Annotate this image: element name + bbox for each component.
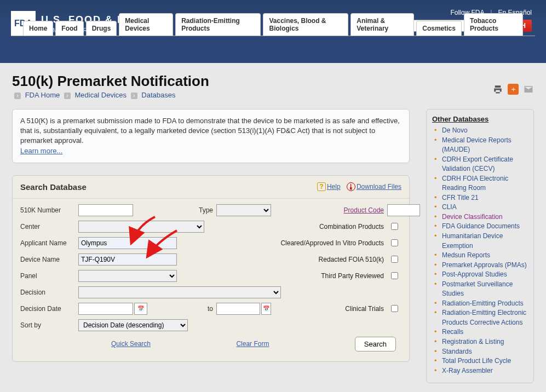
input-applicant[interactable] xyxy=(78,237,177,249)
label-decision-date: Decision Date xyxy=(20,305,75,313)
intro-text: A 510(K) is a premarket submission made … xyxy=(20,117,400,145)
help-icon[interactable]: ? xyxy=(317,182,326,191)
chevron-icon: › xyxy=(14,93,21,99)
input-date-from[interactable] xyxy=(78,303,133,315)
label-center: Center xyxy=(20,223,75,230)
sidebar-link[interactable]: X-Ray Assembler xyxy=(442,367,493,374)
sidebar-link[interactable]: CFR Title 21 xyxy=(442,194,479,201)
quick-search-link[interactable]: Quick Search xyxy=(111,340,151,348)
sidebar-link[interactable]: CDRH Export Certificate Validation (CECV… xyxy=(442,155,513,173)
sidebar-link[interactable]: CDRH FOIA Electronic Reading Room xyxy=(442,175,508,192)
sidebar-link[interactable]: Device Classification xyxy=(442,213,503,221)
nav-cosmetics[interactable]: Cosmetics xyxy=(416,21,462,36)
sidebar-link[interactable]: Post-Approval Studies xyxy=(442,270,507,278)
label-sort: Sort by xyxy=(20,321,75,329)
sidebar-link[interactable]: Total Product Life Cycle xyxy=(442,357,511,365)
nav-drugs[interactable]: Drugs xyxy=(86,21,117,36)
cb-combination[interactable] xyxy=(391,223,398,230)
nav-home[interactable]: Home xyxy=(23,21,53,36)
label-foia: Redacted FOIA 510(k) xyxy=(274,256,384,263)
sidebar-link[interactable]: Medsun Reports xyxy=(442,251,490,259)
search-panel-heading: Search Database xyxy=(20,182,87,192)
sidebar-link[interactable]: De Novo xyxy=(442,126,468,134)
label-device: Device Name xyxy=(20,256,75,263)
sidebar-other-databases: Other Databases De NovoMedical Device Re… xyxy=(426,109,534,383)
chevron-icon: › xyxy=(64,93,71,99)
help-link[interactable]: Help xyxy=(327,183,341,191)
label-applicant: Applicant Name xyxy=(20,239,75,247)
cb-foia[interactable] xyxy=(391,256,398,263)
sidebar-link[interactable]: Standards xyxy=(442,348,472,355)
select-panel[interactable] xyxy=(78,270,177,282)
input-product-code[interactable] xyxy=(387,204,420,216)
label-type: Type xyxy=(180,206,213,214)
crumb-home[interactable]: FDA Home xyxy=(25,91,60,99)
cb-clinical-trials[interactable] xyxy=(391,305,398,312)
input-510k-number[interactable] xyxy=(78,204,133,216)
sidebar-link[interactable]: Premarket Approvals (PMAs) xyxy=(442,261,527,269)
share-icon[interactable]: ＋ xyxy=(508,84,519,95)
sidebar-link[interactable]: Radiation-Emitting Products xyxy=(442,299,524,307)
label-to: to xyxy=(180,305,213,313)
select-type[interactable] xyxy=(216,204,271,216)
label-clinical-trials: Clinical Trials xyxy=(274,305,384,313)
download-link[interactable]: Download Files xyxy=(357,183,401,191)
cb-third-party[interactable] xyxy=(391,272,398,279)
crumb-databases[interactable]: Databases xyxy=(141,91,175,99)
select-decision[interactable] xyxy=(78,286,281,298)
input-device[interactable] xyxy=(78,253,177,266)
nav-food[interactable]: Food xyxy=(55,21,83,36)
label-combination: Combination Products xyxy=(274,223,384,230)
top-nav: Home Food Drugs Medical Devices Radiatio… xyxy=(11,20,535,36)
sidebar-link[interactable]: Humanitarian Device Exemption xyxy=(442,232,503,250)
nav-animal[interactable]: Animal & Veterinary xyxy=(350,13,414,36)
intro-box: A 510(K) is a premarket submission made … xyxy=(12,109,410,163)
select-sort[interactable]: Decision Date (descending) xyxy=(78,319,188,331)
print-icon[interactable] xyxy=(492,84,503,95)
nav-radiation[interactable]: Radiation-Emitting Products xyxy=(175,13,261,36)
clear-form-link[interactable]: Clear Form xyxy=(236,340,269,348)
label-decision: Decision xyxy=(20,289,75,296)
nav-tobacco[interactable]: Tobacco Products xyxy=(464,13,523,36)
label-panel: Panel xyxy=(20,272,75,280)
learn-more-link[interactable]: Learn more... xyxy=(20,147,62,155)
label-third-party: Third Party Reviewed xyxy=(274,272,384,280)
search-button[interactable]: Search xyxy=(355,337,396,351)
label-ivp: Cleared/Approved In Vitro Products xyxy=(274,239,384,247)
calendar-icon[interactable]: 📅 xyxy=(134,303,147,315)
calendar-icon[interactable]: 📅 xyxy=(261,303,271,315)
sidebar-heading: Other Databases xyxy=(432,115,528,123)
download-icon[interactable]: ⭳ xyxy=(347,182,355,191)
label-510k: 510K Number xyxy=(20,206,75,214)
sidebar-link[interactable]: CLIA xyxy=(442,203,457,211)
crumb-devices[interactable]: Medical Devices xyxy=(74,91,127,99)
sidebar-link[interactable]: Postmarket Surveillance Studies xyxy=(442,280,513,298)
page-title: 510(k) Premarket Notification xyxy=(12,73,534,90)
nav-medical-devices[interactable]: Medical Devices xyxy=(119,13,173,36)
breadcrumb: › FDA Home › Medical Devices › Databases xyxy=(12,91,534,99)
mail-icon[interactable] xyxy=(523,84,534,95)
sidebar-link[interactable]: Registration & Listing xyxy=(442,338,504,345)
sidebar-link[interactable]: FDA Guidance Documents xyxy=(442,222,520,230)
nav-vaccines[interactable]: Vaccines, Blood & Biologics xyxy=(263,13,348,36)
sidebar-link[interactable]: Radiation-Emitting Electronic Products C… xyxy=(442,309,526,326)
product-code-link[interactable]: Product Code xyxy=(274,206,384,214)
select-center[interactable] xyxy=(78,221,204,233)
header-banner: FDA U.S. FOOD & DRUG ADMINISTRATION Foll… xyxy=(0,0,546,63)
input-date-to[interactable] xyxy=(216,303,260,315)
cb-ivp[interactable] xyxy=(391,239,398,246)
sidebar-link[interactable]: Medical Device Reports (MAUDE) xyxy=(442,136,511,154)
chevron-icon: › xyxy=(131,93,137,99)
search-panel: Search Database ?Help ⭳Download Files 51… xyxy=(12,175,410,362)
sidebar-link[interactable]: Recalls xyxy=(442,328,463,336)
